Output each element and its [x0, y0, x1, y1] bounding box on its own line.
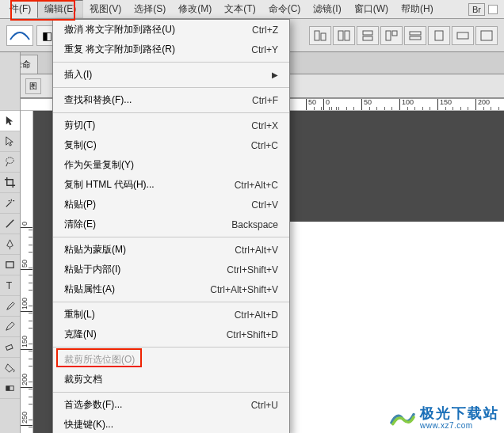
path-preview-icon — [6, 25, 33, 46]
svg-point-13 — [6, 158, 13, 164]
menu-commands[interactable]: 命令(C) — [262, 1, 307, 17]
menu-select[interactable]: 选择(S) — [128, 1, 172, 17]
align-icon-8[interactable] — [475, 26, 498, 45]
menu-item[interactable]: 首选参数(F)...Ctrl+U — [53, 395, 289, 415]
align-icon-6[interactable] — [428, 26, 450, 45]
menu-text[interactable]: 文本(T) — [218, 1, 262, 17]
menu-item-shortcut: Ctrl+X — [251, 120, 278, 131]
menu-item-label: 重复 将文字附加到路径(R) — [64, 43, 251, 56]
brush-tool[interactable] — [0, 296, 20, 317]
menu-item-label: 复制(C) — [64, 139, 251, 152]
menu-item[interactable]: 快捷键(K)... — [53, 415, 289, 433]
menu-item[interactable]: 粘贴为蒙版(M)Ctrl+Alt+V — [53, 240, 289, 260]
watermark-url: www.xz7.com — [420, 421, 473, 430]
lasso-tool[interactable] — [0, 152, 20, 173]
svg-rect-8 — [410, 32, 421, 35]
svg-rect-4 — [363, 31, 372, 35]
gradient-tool[interactable] — [0, 378, 20, 399]
svg-rect-17 — [6, 344, 13, 350]
menu-item-label: 剪切(T) — [64, 119, 251, 132]
menu-item-label: 复制 HTML 代码(H)... — [64, 178, 235, 192]
menu-item-label: 克隆(N) — [64, 328, 227, 341]
magic-wand-tool[interactable] — [0, 193, 20, 214]
menu-item-shortcut: Ctrl+Alt+Shift+V — [210, 284, 278, 295]
options-label: 图 — [25, 78, 41, 94]
menu-item-shortcut: Ctrl+Alt+V — [235, 245, 278, 256]
menu-help[interactable]: 帮助(H) — [395, 1, 440, 17]
menu-item[interactable]: 重复 将文字附加到路径(R)Ctrl+Y — [53, 40, 289, 59]
menubar: 件(F) 编辑(E) 视图(V) 选择(S) 修改(M) 文本(T) 命令(C)… — [0, 0, 504, 19]
menu-item-shortcut: Ctrl+Y — [251, 44, 278, 55]
menu-item-shortcut: Backspace — [231, 219, 278, 230]
menu-item-label: 粘贴(P) — [64, 198, 251, 211]
align-icon-1[interactable] — [309, 26, 331, 45]
svg-rect-12 — [481, 31, 492, 40]
watermark: 极光下载站 www.xz7.com — [388, 404, 499, 430]
bridge-icon[interactable]: Br — [468, 3, 485, 16]
subselection-tool[interactable] — [0, 131, 20, 152]
align-icon-5[interactable] — [404, 26, 426, 45]
edit-dropdown: 撤消 将文字附加到路径(U)Ctrl+Z重复 将文字附加到路径(R)Ctrl+Y… — [52, 19, 290, 433]
align-icon-2[interactable] — [333, 26, 355, 45]
svg-line-14 — [6, 220, 13, 227]
menu-item[interactable]: 粘贴(P)Ctrl+V — [53, 195, 289, 215]
menu-item: 裁剪所选位图(O) — [53, 350, 289, 370]
watermark-logo-icon — [388, 406, 417, 428]
menu-item[interactable]: 重制(L)Ctrl+Alt+D — [53, 305, 289, 325]
svg-rect-3 — [345, 31, 349, 40]
menu-item[interactable]: 撤消 将文字附加到路径(U)Ctrl+Z — [53, 20, 289, 40]
menu-item-shortcut: Ctrl+V — [251, 199, 278, 211]
line-tool[interactable] — [0, 214, 20, 234]
menu-item-shortcut: Ctrl+Shift+V — [227, 264, 278, 275]
eraser-tool[interactable] — [0, 337, 20, 358]
align-icon-3[interactable] — [357, 26, 379, 45]
menu-item-shortcut: Ctrl+F — [252, 95, 278, 106]
menu-modify[interactable]: 修改(M) — [172, 1, 218, 17]
menu-item-label: 粘贴于内部(I) — [64, 263, 227, 276]
pen-tool[interactable] — [0, 234, 20, 255]
menu-item[interactable]: 剪切(T)Ctrl+X — [53, 116, 289, 135]
menu-item[interactable]: 查找和替换(F)...Ctrl+F — [53, 90, 289, 110]
menu-item[interactable]: 复制(C)Ctrl+C — [53, 135, 289, 155]
svg-rect-0 — [315, 31, 319, 40]
menu-file[interactable]: 件(F) — [3, 1, 37, 17]
submenu-arrow-icon: ▶ — [272, 70, 278, 79]
menu-item-label: 首选参数(F)... — [64, 398, 251, 412]
svg-rect-9 — [410, 36, 421, 40]
menu-item-label: 快捷键(K)... — [64, 418, 278, 431]
vertical-ruler: 050100150200250300350400 — [21, 111, 33, 433]
align-icon-7[interactable] — [452, 26, 474, 45]
selection-tool[interactable] — [0, 111, 20, 131]
menu-item-label: 撤消 将文字附加到路径(U) — [64, 23, 252, 36]
text-tool[interactable]: T — [0, 275, 20, 296]
svg-rect-19 — [6, 386, 10, 391]
menu-item-label: 清除(E) — [64, 218, 231, 231]
menu-edit[interactable]: 编辑(E) — [37, 0, 83, 18]
menu-item[interactable]: 复制 HTML 代码(H)...Ctrl+Alt+C — [53, 175, 289, 195]
menu-item[interactable]: 粘贴于内部(I)Ctrl+Shift+V — [53, 260, 289, 279]
menu-item[interactable]: 插入(I)▶ — [53, 65, 289, 85]
bucket-tool[interactable] — [0, 358, 20, 378]
watermark-title: 极光下载站 — [420, 404, 499, 423]
color-swatch-white[interactable] — [488, 5, 498, 14]
align-icon-4[interactable] — [380, 26, 403, 45]
menu-item-label: 粘贴属性(A) — [64, 283, 210, 296]
menu-view[interactable]: 视图(V) — [83, 1, 128, 17]
crop-tool[interactable] — [0, 173, 20, 193]
menu-item[interactable]: 粘贴属性(A)Ctrl+Alt+Shift+V — [53, 279, 289, 299]
menu-item-shortcut: Ctrl+Alt+D — [235, 310, 278, 321]
menu-filters[interactable]: 滤镜(I) — [307, 1, 347, 17]
svg-rect-1 — [321, 33, 326, 40]
menu-window[interactable]: 窗口(W) — [348, 1, 395, 17]
menu-item[interactable]: 克隆(N)Ctrl+Shift+D — [53, 325, 289, 344]
rectangle-tool[interactable] — [0, 255, 20, 275]
menu-item-label: 插入(I) — [64, 68, 272, 82]
menu-item[interactable]: 裁剪文档 — [53, 370, 289, 389]
tool-palette: T — [0, 52, 21, 433]
pencil-tool[interactable] — [0, 317, 20, 337]
menu-item-shortcut: Ctrl+Shift+D — [227, 329, 278, 340]
align-icons-group — [309, 26, 498, 45]
menu-item[interactable]: 作为矢量复制(Y) — [53, 155, 289, 175]
menu-item[interactable]: 清除(E)Backspace — [53, 215, 289, 234]
menu-item-label: 粘贴为蒙版(M) — [64, 243, 235, 256]
